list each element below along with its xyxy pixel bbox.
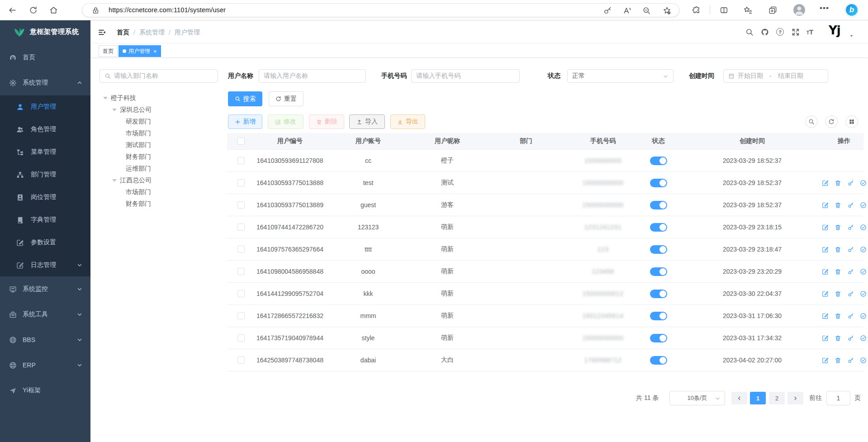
row-assign-role-icon[interactable]	[860, 224, 867, 231]
browser-essentials-icon[interactable]	[692, 6, 701, 14]
row-assign-role-icon[interactable]	[860, 180, 867, 186]
sidebar-item-menu-mgmt[interactable]: 菜单管理	[0, 141, 90, 163]
row-checkbox[interactable]	[237, 246, 245, 253]
caret-down-icon[interactable]	[112, 109, 117, 111]
row-checkbox[interactable]	[237, 334, 245, 342]
sidebar-item-log-mgmt[interactable]: 日志管理	[0, 254, 90, 276]
tab-user-mgmt[interactable]: 用户管理 ×	[119, 45, 161, 57]
row-checkbox[interactable]	[237, 201, 245, 209]
row-reset-password-icon[interactable]	[847, 290, 854, 297]
phone-input[interactable]: 请输入手机号码	[411, 69, 520, 83]
tree-node-branch[interactable]: 深圳总公司	[100, 104, 152, 116]
sidebar-item-yi-framework[interactable]: Yi框架	[0, 378, 90, 403]
tree-node-dept[interactable]: 市场部门	[100, 186, 151, 198]
sidebar-item-tools[interactable]: 系统工具	[0, 302, 90, 327]
caret-down-icon[interactable]	[103, 97, 108, 100]
date-range-input[interactable]: 开始日期 - 结束日期	[723, 69, 828, 83]
row-edit-icon[interactable]	[822, 290, 829, 297]
row-checkbox[interactable]	[237, 223, 245, 231]
row-assign-role-icon[interactable]	[860, 313, 867, 319]
row-delete-icon[interactable]	[835, 335, 841, 342]
fullscreen-icon[interactable]	[792, 28, 800, 36]
sidebar-item-home[interactable]: 首页	[0, 45, 90, 70]
add-button[interactable]: 新增	[228, 114, 262, 129]
table-refresh-button[interactable]	[825, 115, 838, 128]
row-delete-icon[interactable]	[835, 246, 841, 253]
status-toggle[interactable]	[650, 201, 667, 209]
password-key-icon[interactable]	[603, 6, 612, 15]
status-select[interactable]: 正常	[567, 69, 674, 83]
table-search-button[interactable]	[805, 115, 818, 128]
tree-node-branch[interactable]: 江西总公司	[100, 175, 152, 186]
row-checkbox[interactable]	[237, 268, 245, 275]
url-text[interactable]: https://ccnetcore.com:1101/system/user	[109, 6, 226, 14]
row-reset-password-icon[interactable]	[847, 246, 854, 253]
next-page-button[interactable]	[787, 392, 803, 404]
status-toggle[interactable]	[650, 245, 667, 254]
sidebar-item-post-mgmt[interactable]: 岗位管理	[0, 186, 90, 209]
row-reset-password-icon[interactable]	[847, 335, 854, 342]
row-assign-role-icon[interactable]	[860, 268, 867, 275]
row-reset-password-icon[interactable]	[847, 313, 854, 319]
favorites-bar-icon[interactable]	[744, 6, 752, 14]
row-edit-icon[interactable]	[822, 202, 829, 209]
tree-node-dept[interactable]: 运维部门	[100, 163, 151, 175]
row-assign-role-icon[interactable]	[860, 335, 867, 342]
row-checkbox[interactable]	[237, 356, 245, 364]
status-toggle[interactable]	[650, 157, 667, 165]
row-delete-icon[interactable]	[835, 290, 841, 297]
browser-menu-icon[interactable]: •••	[820, 4, 829, 13]
row-delete-icon[interactable]	[835, 313, 841, 319]
row-delete-icon[interactable]	[835, 180, 841, 186]
tree-node-company[interactable]: 橙子科技	[100, 92, 136, 104]
row-delete-icon[interactable]	[835, 268, 841, 275]
row-assign-role-icon[interactable]	[860, 290, 867, 297]
delete-button[interactable]: 删除	[309, 114, 344, 129]
tab-close-icon[interactable]: ×	[153, 48, 157, 54]
row-assign-role-icon[interactable]	[860, 357, 867, 364]
collections-icon[interactable]	[768, 6, 777, 14]
row-delete-icon[interactable]	[835, 224, 841, 231]
row-checkbox[interactable]	[237, 312, 245, 319]
yj-logo[interactable]: Yj	[829, 24, 840, 37]
github-icon[interactable]	[761, 28, 769, 36]
sidebar-item-dept-mgmt[interactable]: 部门管理	[0, 163, 90, 186]
tree-node-dept[interactable]: 研发部门	[100, 116, 151, 128]
sidebar-item-dict-mgmt[interactable]: 字典管理	[0, 209, 90, 231]
tree-node-dept[interactable]: 测试部门	[100, 139, 151, 151]
zoom-out-icon[interactable]	[642, 6, 651, 15]
row-delete-icon[interactable]	[835, 357, 841, 364]
page-2-button[interactable]: 2	[769, 392, 785, 404]
tree-node-dept[interactable]: 市场部门	[100, 128, 151, 139]
row-edit-icon[interactable]	[822, 180, 829, 186]
row-assign-role-icon[interactable]	[860, 246, 867, 253]
bing-copilot-icon[interactable]: b	[845, 3, 859, 17]
table-columns-button[interactable]	[845, 115, 858, 128]
read-aloud-icon[interactable]	[623, 6, 631, 15]
row-reset-password-icon[interactable]	[847, 357, 854, 364]
row-delete-icon[interactable]	[835, 202, 841, 209]
sidebar-fold-icon[interactable]	[98, 29, 106, 36]
status-toggle[interactable]	[650, 312, 667, 320]
row-checkbox[interactable]	[237, 290, 245, 297]
row-checkbox[interactable]	[237, 157, 245, 164]
tree-node-dept[interactable]: 财务部门	[100, 198, 151, 210]
prev-page-button[interactable]	[731, 392, 747, 404]
browser-back-icon[interactable]	[8, 6, 17, 14]
row-reset-password-icon[interactable]	[847, 268, 854, 275]
status-toggle[interactable]	[650, 223, 667, 232]
export-button[interactable]: 导出	[390, 114, 425, 129]
row-edit-icon[interactable]	[822, 357, 829, 364]
sidebar-item-bbs[interactable]: BBS	[0, 327, 90, 352]
reset-button[interactable]: 重置	[269, 91, 304, 106]
sidebar-item-param-settings[interactable]: 参数设置	[0, 231, 90, 254]
header-search-icon[interactable]	[745, 28, 754, 36]
help-icon[interactable]: ?	[776, 28, 784, 36]
font-size-icon[interactable]: TT	[806, 28, 813, 36]
row-edit-icon[interactable]	[822, 246, 829, 253]
breadcrumb-user[interactable]: 用户管理	[175, 29, 200, 37]
status-toggle[interactable]	[650, 356, 667, 365]
dept-search-input[interactable]: 请输入部门名称	[100, 69, 218, 83]
address-bar[interactable]: https://ccnetcore.com:1101/system/user	[82, 3, 679, 17]
select-all-checkbox[interactable]	[237, 138, 245, 145]
